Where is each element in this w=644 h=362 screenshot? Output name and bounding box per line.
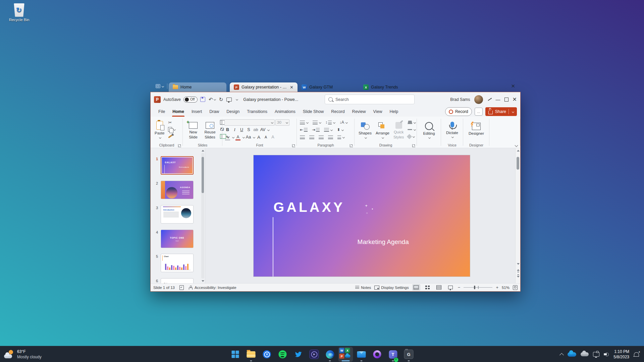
editing-button[interactable]: Editing	[419, 120, 439, 139]
shape-effects-icon[interactable]	[407, 133, 417, 140]
character-spacing-button[interactable]: AV	[260, 127, 266, 133]
zoom-level[interactable]: 51%	[502, 286, 509, 290]
start-slideshow-icon[interactable]	[226, 98, 232, 102]
slide-counter[interactable]: Slide 1 of 13	[153, 286, 175, 290]
spotify-button[interactable]	[276, 347, 289, 362]
ribbon-tab-help[interactable]: Help	[386, 107, 402, 117]
chevron-down-icon[interactable]	[267, 128, 270, 131]
panel-scrollbar[interactable]	[201, 153, 204, 279]
customize-qat-icon[interactable]	[236, 98, 238, 101]
save-icon[interactable]	[200, 97, 205, 102]
smartart-button[interactable]	[336, 134, 345, 140]
ribbon-tab-animations[interactable]: Animations	[271, 107, 299, 117]
twitter-button[interactable]	[292, 347, 305, 362]
collapse-ribbon-icon[interactable]	[515, 144, 518, 147]
powerpoint-app-icon[interactable]: P	[154, 96, 161, 103]
close-window-group-button[interactable]: ✕	[505, 83, 521, 89]
quick-styles-button[interactable]: Quick Styles	[391, 119, 406, 140]
tab-galaxy-presentation[interactable]: P Galaxy presentation - Pow... ✕	[230, 82, 298, 92]
canvas-scrollbar[interactable]	[515, 148, 520, 283]
align-text-button[interactable]: ⬍	[336, 126, 344, 133]
grow-font-button[interactable]: A	[256, 134, 262, 140]
designer-button[interactable]: Designer	[465, 120, 487, 136]
tab-galaxy-gtm[interactable]: W Galaxy GTM	[298, 82, 359, 92]
numbering-button[interactable]	[312, 119, 322, 126]
highlight-color-button[interactable]: ✎	[224, 134, 231, 140]
notification-bell-icon[interactable]: z	[634, 352, 639, 357]
font-size-combo[interactable]: 30	[275, 119, 289, 126]
dictate-button[interactable]: Dictate	[443, 119, 461, 138]
bullets-button[interactable]	[299, 119, 309, 126]
edge-button[interactable]	[323, 347, 337, 362]
font-color-button[interactable]: A	[235, 134, 241, 140]
justify-button[interactable]	[327, 134, 334, 140]
display-settings-button[interactable]: Display Settings	[374, 286, 409, 290]
underline-button[interactable]: U	[238, 127, 245, 133]
tab-group-menu-button[interactable]	[153, 82, 166, 90]
ribbon-tab-home[interactable]: Home	[169, 107, 188, 117]
ribbon-tab-view[interactable]: View	[370, 107, 386, 117]
onepassword-button[interactable]	[260, 347, 274, 362]
shapes-button[interactable]: Shapes	[357, 120, 374, 139]
slide-thumbnail-2[interactable]: AGENDA	[161, 181, 194, 199]
paste-button[interactable]: Paste	[153, 120, 166, 139]
decrease-indent-button[interactable]: ⇤	[299, 126, 309, 133]
line-spacing-button[interactable]: ↕	[324, 119, 336, 126]
close-button[interactable]: ✕	[513, 97, 517, 102]
zoom-out-button[interactable]: −	[458, 285, 461, 290]
align-right-button[interactable]	[318, 134, 325, 140]
font-name-combo[interactable]	[224, 119, 275, 126]
ribbon-tab-slideshow[interactable]: Slide Show	[299, 107, 328, 117]
groupy-button[interactable]: G	[402, 347, 416, 362]
recycle-bin-shortcut[interactable]: ↻ Recycle Bin	[7, 3, 31, 22]
onedrive-tray-icon[interactable]	[568, 352, 576, 357]
bold-button[interactable]: B	[224, 127, 231, 133]
ribbon-tab-record[interactable]: Record	[327, 107, 348, 117]
loop-button[interactable]	[371, 347, 384, 362]
view-normal-button[interactable]	[412, 284, 420, 291]
redo-icon[interactable]: ↻	[219, 97, 223, 103]
panel-scroll-down[interactable]	[201, 279, 204, 283]
start-button[interactable]	[229, 347, 242, 362]
scroll-down-icon[interactable]	[517, 262, 520, 265]
drawing-dialog-launcher[interactable]	[412, 144, 415, 147]
copy-icon[interactable]	[167, 126, 176, 133]
paragraph-dialog-launcher[interactable]	[350, 144, 353, 147]
accessibility-status[interactable]: Accessibility: Investigate	[189, 286, 236, 290]
zoom-slider[interactable]	[464, 287, 492, 288]
hidden-icons-chevron[interactable]	[559, 353, 564, 357]
mail-button[interactable]	[355, 347, 368, 362]
record-button[interactable]: Record	[445, 107, 472, 116]
media-app-button[interactable]	[308, 347, 321, 362]
align-left-button[interactable]	[299, 134, 306, 140]
onedrive-personal-tray-icon[interactable]	[581, 352, 589, 356]
strikethrough-button[interactable]: ab	[253, 127, 259, 133]
teams-button[interactable]: T	[386, 347, 400, 362]
shape-fill-icon[interactable]	[407, 119, 417, 126]
next-slide-icon[interactable]	[517, 275, 520, 278]
canvas-scrollbar-thumb[interactable]	[517, 157, 519, 170]
align-center-button[interactable]	[308, 134, 315, 140]
panel-scroll-up[interactable]	[201, 149, 204, 152]
new-slide-button[interactable]: New Slide	[185, 119, 202, 140]
view-slide-sorter-button[interactable]	[424, 284, 432, 291]
slide-thumbnail-3[interactable]: Introduction	[161, 205, 194, 224]
tab-galaxy-trends[interactable]: X Galaxy Trends	[359, 82, 421, 92]
clock[interactable]: 1:10 PM 5/8/2023	[613, 349, 629, 360]
maximize-button[interactable]	[504, 98, 508, 102]
ribbon-tab-insert[interactable]: Insert	[188, 107, 206, 117]
previous-slide-icon[interactable]	[517, 268, 520, 272]
italic-button[interactable]: I	[231, 127, 238, 133]
close-tab-icon[interactable]: ✕	[290, 85, 293, 89]
increase-indent-button[interactable]: ⇥	[311, 126, 321, 133]
slide-thumbnail-4[interactable]: TOPIC ONE Detail	[161, 230, 194, 248]
change-case-button[interactable]: Aa	[245, 134, 252, 140]
ribbon-tab-transitions[interactable]: Transitions	[243, 107, 271, 117]
avatar[interactable]	[474, 95, 483, 104]
comments-icon[interactable]: …	[475, 108, 483, 116]
minimize-button[interactable]: —	[496, 97, 500, 102]
sketch-pen-icon[interactable]	[487, 97, 492, 102]
view-slideshow-button[interactable]	[446, 284, 454, 291]
clear-formatting-button[interactable]: A	[270, 134, 276, 140]
slide-title[interactable]: GALAXY	[273, 199, 345, 215]
